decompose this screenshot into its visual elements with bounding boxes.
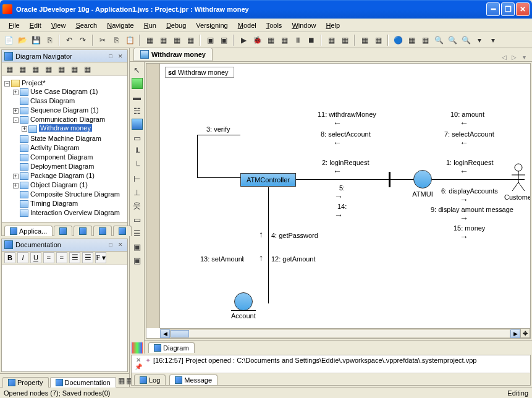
tab-other[interactable] [74,226,92,236]
toolbar-button[interactable]: ▦ [278,34,290,46]
zoom-out-button[interactable]: 🔍 [446,34,458,46]
tab-other[interactable] [113,226,132,236]
tree-item[interactable]: Composite Structure Diagram [30,190,120,198]
node-customer[interactable] [509,163,528,192]
italic-button[interactable]: I [17,252,28,263]
tab-other[interactable] [54,226,72,236]
panel-minimize-icon[interactable]: □ [106,240,115,249]
toolbar-button[interactable]: ▦ [55,63,67,75]
tab-property[interactable]: Property [2,377,49,387]
palette-tool[interactable]: ▭ [132,214,143,225]
toolbar-button[interactable]: ▦ [29,63,41,75]
palette-tool[interactable]: ▭ [132,132,143,143]
toolbar-button[interactable]: ▾ [487,34,499,46]
tree-item[interactable]: Sequence Diagram (1) [30,106,99,114]
menu-search[interactable]: Search [70,20,102,30]
tree-item[interactable]: Component Diagram [30,153,93,161]
toolbar-button[interactable]: 🔵 [392,34,404,46]
align-button[interactable]: ≡ [43,252,54,263]
tab-diagram[interactable]: Diagram [148,342,195,353]
menu-edit[interactable]: Edit [25,20,46,30]
console-close-icon[interactable]: ✕ [136,357,141,363]
font-button[interactable]: F ▾ [95,252,106,263]
tab-next-icon[interactable]: ▷ [510,53,518,61]
toolbar-button[interactable]: ▦ [264,34,277,46]
paste-button[interactable]: 📋 [124,34,136,46]
tree-item[interactable]: Withdraw money [39,124,92,132]
toolbar-button[interactable]: ▣ [217,34,230,46]
open-button[interactable]: 📂 [16,34,28,46]
tree-item[interactable]: Interaction Overview Diagram [30,209,120,216]
run-button[interactable]: ▶ [237,34,250,46]
palette-tool[interactable] [132,342,143,354]
zoom-in-button[interactable]: 🔍 [433,34,445,46]
actor-tool[interactable]: 웃 [132,200,143,211]
palette-tool[interactable]: └ [132,159,143,171]
tree-item[interactable]: Timing Diagram [30,200,78,207]
list-button[interactable]: ☰ [82,252,93,263]
toolbar-button[interactable]: ▦ [143,34,156,46]
menu-view[interactable]: View [46,20,71,30]
close-button[interactable]: ✕ [516,2,530,16]
toolbar-button[interactable]: ▦ [81,63,93,75]
zoom-fit-button[interactable]: 🔍 [460,34,472,46]
tree-root[interactable]: Project* [22,79,46,87]
align-button[interactable]: ≡ [56,252,67,263]
horizontal-scrollbar[interactable]: ◀ ▶ [160,328,520,338]
menu-window[interactable]: Window [287,20,321,30]
maximize-button[interactable]: ❐ [501,2,515,16]
tab-log[interactable]: Log [134,375,166,385]
tab-list-icon[interactable]: ▾ [520,53,528,61]
pause-button[interactable]: ⏸ [292,34,304,46]
tab-message[interactable]: Message [169,375,217,385]
tree-item[interactable]: State Machine Diagram [30,135,101,142]
menu-navigate[interactable]: Navigate [102,20,138,30]
cut-button[interactable]: ✂ [96,34,109,46]
menu-tools[interactable]: Tools [261,20,287,30]
expander-icon[interactable]: + [13,108,19,114]
scroll-left-icon[interactable]: ◀ [160,329,170,338]
palette-tool[interactable]: ╙ [132,146,143,157]
toolbar-button[interactable]: ▾ [473,34,486,46]
tab-other[interactable] [93,226,112,236]
copy-button[interactable]: ⎘ [110,34,122,46]
debug-button[interactable]: 🐞 [251,34,263,46]
palette-tool[interactable]: ☰ [132,227,143,239]
node-account[interactable] [234,292,253,311]
palette-tool[interactable] [132,78,143,89]
toolbar-button[interactable]: ▣ [204,34,216,46]
stop-button[interactable]: ⏹ [305,34,318,46]
node-atmcontroller[interactable]: ATMController [240,173,296,187]
panel-minimize-icon[interactable]: □ [106,52,115,61]
toolbar-button[interactable]: ▦ [117,375,125,387]
cursor-tool[interactable]: ↖ [132,64,143,75]
tree-item[interactable]: Object Diagram (1) [30,181,88,188]
expander-icon[interactable]: + [13,90,19,95]
menu-debug[interactable]: Debug [161,20,191,30]
toolbar-button[interactable]: ▦ [3,63,15,75]
tree-item[interactable]: Activity Diagram [30,144,79,151]
pan-button[interactable]: ✥ [520,328,530,338]
tree-item[interactable]: Package Diagram (1) [30,172,95,179]
menu-versioning[interactable]: Versioning [191,20,232,30]
palette-tool[interactable] [132,119,143,130]
tree-item[interactable]: Use Case Diagram (1) [30,88,98,95]
toolbar-button[interactable]: ▦ [16,63,28,75]
expander-icon[interactable]: - [13,117,19,123]
menu-model[interactable]: Model [233,20,261,30]
expander-icon[interactable]: + [13,174,19,179]
new-button[interactable]: 📄 [2,34,15,46]
panel-close-icon[interactable]: ✕ [116,52,125,61]
diagram-canvas[interactable]: sd Withdraw money ATMController 3: verif… [160,64,530,328]
documentation-textarea[interactable] [2,265,127,371]
node-atmui[interactable] [413,170,432,188]
tree-item[interactable]: Communication Diagram [30,116,105,123]
tab-withdraw-money[interactable]: Withdraw money [133,48,213,61]
palette-tool[interactable]: ⊥ [132,187,143,198]
save-all-button[interactable]: ⎘ [43,34,56,46]
bold-button[interactable]: B [4,252,15,263]
palette-tool[interactable]: ☵ [132,105,143,116]
minimize-button[interactable]: ━ [486,2,500,16]
toolbar-button[interactable]: ▦ [419,34,431,46]
toolbar-button[interactable]: ▦ [325,34,337,46]
